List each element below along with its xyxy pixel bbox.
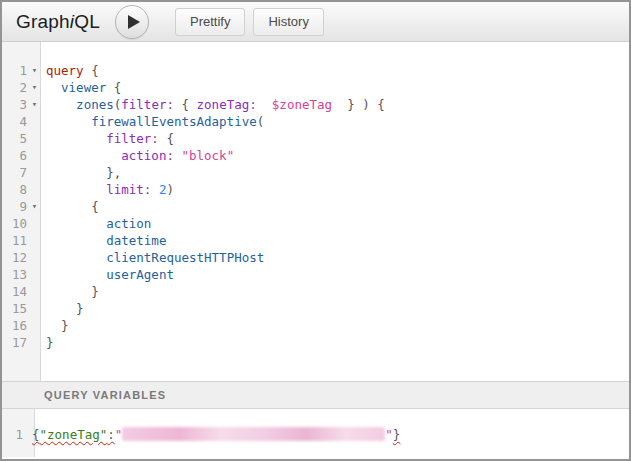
code-line[interactable]: 9▾ { [2,198,629,215]
code-line[interactable]: 5 filter: { [2,130,629,147]
code-line[interactable]: 1▾query { [2,62,629,79]
code-line[interactable]: 11 datetime [2,232,629,249]
code-token: clientRequestHTTPHost [106,250,264,265]
code-text: action: "block" [42,147,234,164]
code-token: } [393,427,401,442]
graphiql-app: GraphiQL Prettify History 1▾query {2▾ vi… [0,0,631,461]
line-number: 6 [2,147,27,164]
code-text: } [42,334,54,351]
code-token [46,216,106,231]
fold-gutter-spacer [27,130,42,147]
code-token: limit: [106,182,151,197]
code-token [106,80,114,95]
code-line[interactable]: 10 action [2,215,629,232]
code-token: action: [121,148,174,163]
line-number: 16 [2,317,27,334]
fold-gutter-spacer [27,317,42,334]
line-number: 2 [2,79,27,96]
graphiql-logo: GraphiQL [16,11,100,33]
code-line[interactable]: 16 } [2,317,629,334]
code-token: } [76,301,84,316]
code-line[interactable]: 12 clientRequestHTTPHost [2,249,629,266]
prettify-button[interactable]: Prettify [175,8,245,36]
code-token: $zoneTag [272,97,332,112]
code-token: { [32,427,40,442]
line-number: 3 [2,96,27,113]
code-token: " [115,427,123,442]
execute-query-button[interactable] [115,5,149,39]
code-token: { [377,97,385,112]
line-number: 11 [2,232,27,249]
code-token [46,97,76,112]
fold-arrow-icon[interactable]: ▾ [27,198,42,215]
code-token [46,131,106,146]
code-token [46,148,121,163]
query-variables-header[interactable]: QUERY VARIABLES [2,381,629,409]
code-line[interactable]: 6 action: "block" [2,147,629,164]
fold-gutter-spacer [27,266,42,283]
code-token [46,114,91,129]
code-token: } [46,335,54,350]
code-line[interactable]: 13 userAgent [2,266,629,283]
variables-line[interactable]: 1{"zoneTag":""} [2,409,629,443]
query-variables-title: QUERY VARIABLES [44,389,166,401]
code-token [46,284,91,299]
code-line[interactable]: 15 } [2,300,629,317]
code-token [46,267,106,282]
code-line[interactable]: 3▾ zones(filter: { zoneTag: $zoneTag } )… [2,96,629,113]
line-number: 15 [2,300,27,317]
code-token [46,182,106,197]
fold-arrow-icon[interactable]: ▾ [27,79,42,96]
code-text: query { [42,62,99,79]
query-editor-lines: 1▾query {2▾ viewer {3▾ zones(filter: { z… [2,42,629,351]
query-editor[interactable]: 1▾query {2▾ viewer {3▾ zones(filter: { z… [2,42,629,381]
line-number: 5 [2,130,27,147]
code-token: "block" [181,148,234,163]
code-line[interactable]: 17} [2,334,629,351]
code-token [46,233,106,248]
code-token: } [91,284,99,299]
history-button[interactable]: History [253,8,323,36]
code-token: } [347,97,355,112]
fold-arrow-icon[interactable]: ▾ [27,96,42,113]
code-token: viewer [61,80,106,95]
code-text: userAgent [42,266,174,283]
code-token [46,318,61,333]
variables-editor[interactable]: 1{"zoneTag":""} [2,409,629,457]
line-number: 14 [2,283,27,300]
code-token: filter: [121,97,174,112]
code-token: firewallEventsAdaptive [91,114,257,129]
code-text: firewallEventsAdaptive( [42,113,264,130]
code-line[interactable]: 2▾ viewer { [2,79,629,96]
fold-gutter-spacer [27,232,42,249]
code-token: ( [257,114,265,129]
fold-arrow-icon[interactable]: ▾ [27,62,42,79]
code-text: { [42,198,99,215]
code-text: limit: 2) [42,181,174,198]
code-token: ) [166,182,174,197]
code-token: query [46,63,84,78]
code-token: { [182,97,190,112]
code-line[interactable]: 8 limit: 2) [2,181,629,198]
fold-gutter-spacer [27,181,42,198]
fold-gutter-spacer [27,300,42,317]
code-line[interactable]: 4 firewallEventsAdaptive( [2,113,629,130]
line-number: 17 [2,334,27,351]
code-token [46,165,106,180]
code-line[interactable]: 7 }, [2,164,629,181]
redacted-zone-tag-value [122,427,385,441]
line-number: 4 [2,113,27,130]
fold-gutter-spacer [27,164,42,181]
code-token [46,301,76,316]
code-token [257,97,272,112]
code-token: "zoneTag" [40,427,108,442]
code-text: action [42,215,151,232]
code-text: } [42,283,99,300]
code-token: : [107,427,115,442]
code-token [174,97,182,112]
code-text: filter: { [42,130,174,147]
code-text: } [42,300,84,317]
code-line[interactable]: 14 } [2,283,629,300]
code-token: datetime [106,233,166,248]
variables-code-text: {"zoneTag":""} [23,426,400,443]
